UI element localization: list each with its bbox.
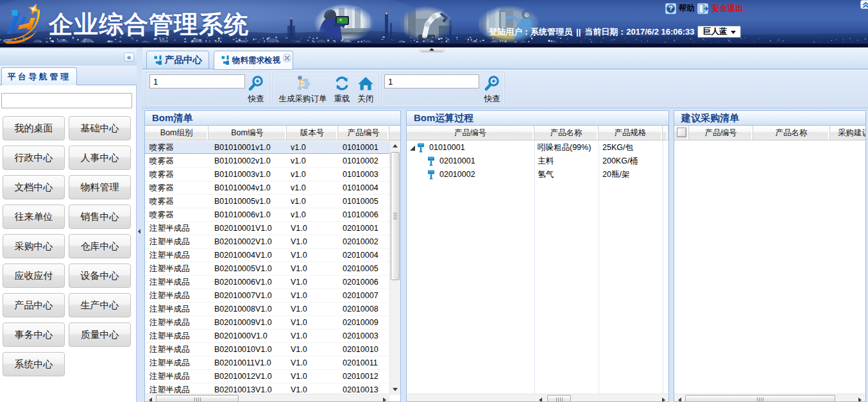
column-header-cell[interactable]: 产品编号 — [689, 126, 753, 140]
bom-list-row[interactable]: 注塑半成品B0201000V1.0V1.002010003 — [145, 330, 389, 343]
sidebar-nav-button[interactable]: 物料管理 — [69, 175, 131, 199]
bom-process-tree-row[interactable]: 01010001吲哚粗品(99%)25KG/包 — [407, 141, 668, 155]
search-plus-icon — [484, 75, 500, 92]
grid-cell: B02010008V1.0 — [214, 303, 287, 315]
bom-list-row[interactable]: 注塑半成品B02010009V1.0V1.002010009 — [145, 316, 389, 330]
sidebar-nav-button[interactable]: 应收应付 — [3, 264, 65, 288]
scroll-left-button[interactable] — [675, 395, 685, 402]
bom-list-row[interactable]: 注塑半成品B02010004V1.0V1.002010004 — [145, 249, 389, 262]
arrow-left-icon — [149, 398, 152, 402]
horizontal-scrollbar[interactable] — [145, 394, 390, 401]
sidebar-navigation-panel: « 平台导航管理 我的桌面基础中心行政中心人事中心文档中心物料管理往来单位销售中… — [0, 47, 137, 402]
safe-exit-link[interactable]: 安全退出 — [711, 3, 744, 14]
bom-list-row[interactable]: 注塑半成品B02010010V1.0V1.002010010 — [145, 343, 389, 356]
exit-icon[interactable] — [697, 3, 708, 14]
bom-list-row[interactable]: 喷雾器B01010005v1.0v1.001010005 — [145, 195, 389, 208]
close-button[interactable]: 关闭 — [357, 75, 374, 105]
column-header-cell[interactable]: 产品编号 — [338, 126, 389, 140]
grid-cell: 喷雾器 — [149, 208, 208, 221]
grid-cell: 02010005 — [343, 262, 389, 275]
scroll-right-button[interactable] — [380, 395, 389, 402]
header-collapse-button[interactable] — [860, 0, 868, 9]
grid-cell: V1.0 — [291, 276, 338, 289]
sidebar-nav-button[interactable]: 设备中心 — [69, 264, 131, 288]
bom-list-row[interactable]: 注塑半成品B02010005V1.0V1.002010005 — [145, 262, 389, 276]
scrollbar-thumb[interactable] — [391, 152, 400, 280]
column-header-cell[interactable]: 产品规格 — [599, 126, 663, 140]
help-link[interactable]: 帮助 — [679, 3, 695, 14]
bom-list-row[interactable]: 注塑半成品B02010007V1.0V1.002010007 — [145, 289, 389, 303]
bom-list-row[interactable]: 喷雾器B01010001v1.0v1.001010001 — [145, 141, 389, 154]
grid-cell: 喷雾器 — [149, 181, 208, 194]
bom-process-tree-row[interactable]: 02010001主料200KG/桶 — [407, 155, 668, 168]
column-header-cell[interactable]: 采购建议数量 — [830, 126, 866, 140]
bom-list-row[interactable]: 注塑半成品B02010001V1.0V1.002010001 — [145, 222, 389, 235]
quick-search-button-left[interactable]: 快查 — [248, 75, 264, 105]
horizontal-scrollbar[interactable] — [674, 394, 865, 401]
theme-dropdown[interactable]: 巨人蓝 — [697, 26, 741, 38]
sidebar-nav-button[interactable]: 往来单位 — [3, 205, 65, 229]
sidebar-nav-button[interactable]: 系统中心 — [3, 352, 65, 376]
sidebar-nav-button[interactable]: 仓库中心 — [69, 234, 131, 258]
tab-close-button[interactable] — [283, 54, 291, 62]
tab-product-center[interactable]: 产品中心 — [146, 51, 209, 69]
column-header-cell[interactable] — [663, 126, 668, 140]
sidebar-splitter-collapse-icon[interactable] — [138, 229, 140, 234]
help-icon[interactable]: ? — [665, 3, 676, 14]
column-header-cell[interactable]: 产品编号 — [407, 126, 534, 140]
bom-list-row[interactable]: 喷雾器B01010006v1.0v1.001010006 — [145, 208, 389, 222]
scroll-up-button[interactable] — [390, 141, 400, 151]
bom-list-row[interactable]: 喷雾器B01010003v1.0v1.001010003 — [145, 168, 389, 181]
sidebar-nav-button[interactable]: 销售中心 — [69, 205, 131, 229]
bom-list-row[interactable]: 喷雾器B01010004v1.0v1.001010004 — [145, 181, 389, 195]
horizontal-scrollbar[interactable] — [407, 394, 668, 401]
grid-cell: B02010010V1.0 — [214, 343, 287, 356]
column-header-cell[interactable] — [674, 126, 689, 140]
bom-list-row[interactable]: 注塑半成品B02010008V1.0V1.002010008 — [145, 303, 389, 316]
bom-list-row[interactable]: 注塑半成品B02010006V1.0V1.002010006 — [145, 276, 389, 289]
sidebar-nav-button[interactable]: 我的桌面 — [3, 116, 65, 140]
bom-process-panel: Bom运算过程 产品编号产品名称产品规格 01010001吲哚粗品(99%)25… — [406, 110, 669, 402]
sidebar-nav-button[interactable]: 事务中心 — [3, 322, 65, 347]
generate-purchase-order-button[interactable]: 生成采购订单 — [278, 75, 328, 105]
bom-list-row[interactable]: 喷雾器B01010002v1.0v1.001010002 — [145, 155, 389, 168]
process-quick-search-input[interactable] — [384, 74, 479, 88]
scroll-right-button[interactable] — [855, 395, 865, 402]
tree-expander-icon[interactable] — [410, 146, 415, 151]
scroll-down-button[interactable] — [390, 385, 400, 394]
bom-list-row[interactable]: 注塑半成品B02010002V1.0V1.002010002 — [145, 235, 389, 249]
sidebar-tab-platform-nav[interactable]: 平台导航管理 — [1, 67, 77, 85]
sidebar-nav-button[interactable]: 采购中心 — [3, 234, 65, 258]
reload-button[interactable]: 重载 — [334, 75, 350, 105]
sidebar-collapse-button[interactable]: « — [124, 53, 134, 62]
sidebar-search-input[interactable] — [1, 93, 132, 108]
vertical-scrollbar[interactable] — [389, 140, 400, 395]
sidebar-nav-button[interactable]: 人事中心 — [69, 146, 131, 170]
grid-cell: 注塑半成品 — [149, 370, 208, 383]
column-header-cell[interactable]: 产品名称 — [753, 126, 830, 140]
bom-list-row[interactable]: 注塑半成品B02010012V1.0V1.002010012 — [145, 370, 389, 383]
scrollbar-thumb[interactable] — [156, 395, 239, 402]
scroll-left-button[interactable] — [536, 395, 545, 402]
column-header-cell[interactable]: Bom组别 — [145, 126, 208, 140]
scrollbar-thumb[interactable] — [547, 395, 571, 402]
sidebar-nav-button[interactable]: 行政中心 — [3, 146, 65, 170]
column-header-cell[interactable]: 产品名称 — [534, 126, 599, 140]
sidebar-nav-button[interactable]: 产品中心 — [3, 293, 65, 317]
column-header-cell[interactable]: Bom编号 — [208, 126, 287, 140]
bom-list-row[interactable]: 注塑半成品B02010011V1.0V1.002010011 — [145, 356, 389, 370]
quick-search-button-right[interactable]: 快查 — [484, 75, 500, 105]
sidebar-nav-button[interactable]: 生产中心 — [69, 293, 131, 317]
scrollbar-thumb[interactable] — [685, 395, 835, 402]
column-header-cell[interactable]: 版本号 — [287, 126, 338, 140]
tab-material-requirement-view[interactable]: 物料需求检视 — [214, 51, 293, 70]
sidebar-nav-buttons: 我的桌面基础中心行政中心人事中心文档中心物料管理往来单位销售中心采购中心仓库中心… — [0, 116, 137, 398]
tabstrip-collapse-handle[interactable] — [420, 47, 444, 51]
scroll-right-button[interactable] — [659, 395, 668, 402]
bom-process-tree-row[interactable]: 02010002氢气20瓶/架 — [407, 168, 668, 181]
sidebar-nav-button[interactable]: 质量中心 — [69, 322, 131, 347]
bom-quick-search-input[interactable] — [149, 74, 245, 88]
sidebar-nav-button[interactable]: 基础中心 — [69, 116, 131, 140]
sidebar-nav-button[interactable]: 文档中心 — [3, 175, 65, 199]
scroll-left-button[interactable] — [146, 395, 155, 402]
